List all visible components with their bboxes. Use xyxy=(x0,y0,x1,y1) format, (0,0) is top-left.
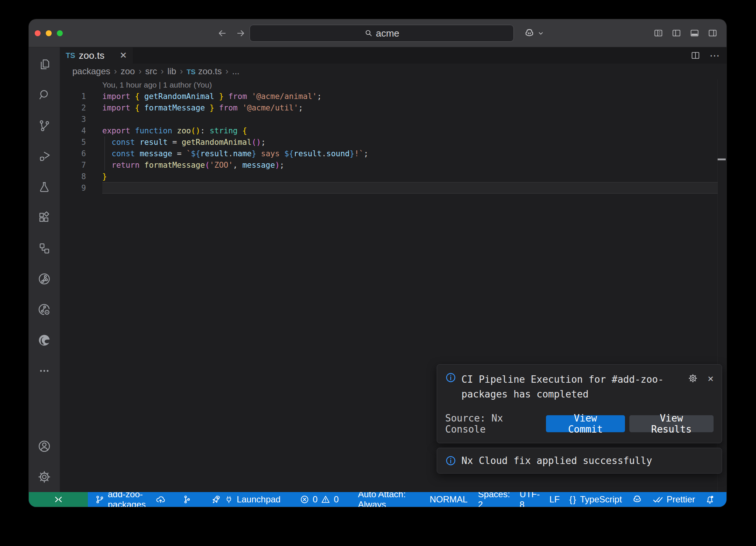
codelens-blame[interactable]: You, 1 hour ago | 1 author (You) xyxy=(60,79,726,91)
language-mode-status[interactable]: {} TypeScript xyxy=(564,492,626,507)
plug-icon xyxy=(224,495,233,504)
source-control-graph-status[interactable] xyxy=(177,492,196,507)
view-commit-button[interactable]: View Commit xyxy=(546,415,625,432)
sidebar-item-accounts[interactable] xyxy=(29,431,60,461)
sidebar-item-more[interactable] xyxy=(29,355,60,386)
sidebar-item-testing[interactable] xyxy=(29,171,60,202)
command-center-search[interactable]: acme xyxy=(250,25,514,42)
sidebar-item-nx-cloud[interactable] xyxy=(29,294,60,325)
code-line[interactable]: 5 const result = getRandomAnimal(); xyxy=(60,136,726,148)
code-line[interactable]: 8} xyxy=(60,171,726,182)
launchpad-status[interactable]: Launchpad xyxy=(206,492,285,507)
sidebar-item-nx-console[interactable] xyxy=(29,263,60,294)
account-icon xyxy=(37,439,51,453)
search-text: acme xyxy=(376,28,399,39)
code-text[interactable]: import { formatMessage } from '@acme/uti… xyxy=(102,103,303,112)
zoom-window-button[interactable] xyxy=(57,30,63,36)
view-results-button[interactable]: View Results xyxy=(629,415,714,432)
code-token: } xyxy=(102,172,107,181)
code-token: ` xyxy=(186,149,191,158)
close-icon[interactable]: ✕ xyxy=(120,50,127,61)
vim-mode-status[interactable]: -- NORMAL -- xyxy=(425,492,473,507)
code-text[interactable]: import { getRandomAnimal } from '@acme/a… xyxy=(102,92,322,101)
code-text[interactable]: export function zoo(): string { xyxy=(102,126,247,135)
sidebar-item-project-structure[interactable] xyxy=(29,233,60,263)
sidebar-item-search[interactable] xyxy=(29,79,60,110)
sidebar-item-edge-tools[interactable] xyxy=(29,325,60,355)
extensions-icon xyxy=(38,211,51,224)
indentation-status[interactable]: Spaces: 2 xyxy=(473,492,515,507)
breadcrumb-item[interactable]: packages xyxy=(72,66,110,76)
breadcrumb-item[interactable]: ... xyxy=(232,66,240,76)
code-token: ) xyxy=(275,161,280,170)
auto-attach-status[interactable]: Auto Attach: Always xyxy=(353,492,418,507)
circle-branch-gear-icon xyxy=(37,303,51,317)
git-branch-status[interactable]: add-zoo-packages xyxy=(90,492,171,507)
notification-settings-gear-icon[interactable] xyxy=(688,373,698,384)
tab-zoo-ts[interactable]: TS zoo.ts ✕ xyxy=(60,47,133,64)
code-line[interactable]: 6 const message = `${result.name} says $… xyxy=(60,148,726,159)
sidebar-item-settings[interactable] xyxy=(29,461,60,492)
customize-layout-icon[interactable] xyxy=(653,28,663,38)
back-arrow-icon[interactable] xyxy=(217,28,227,38)
formatter-status[interactable]: Prettier xyxy=(647,492,700,507)
breadcrumb-item[interactable]: TSzoo.ts xyxy=(186,66,221,76)
code-text[interactable]: const result = getRandomAnimal(); xyxy=(102,138,266,147)
sidebar-item-source-control[interactable] xyxy=(29,110,60,141)
breadcrumb-item[interactable]: zoo xyxy=(121,66,135,76)
minimize-window-button[interactable] xyxy=(46,30,52,36)
notification-message: CI Pipeline Execution for #add-zoo-packa… xyxy=(461,372,670,402)
split-editor-icon[interactable] xyxy=(690,50,701,61)
code-token xyxy=(205,126,210,135)
code-token: const xyxy=(111,138,135,147)
code-token: ` xyxy=(359,149,364,158)
code-token: ) xyxy=(256,138,261,147)
toggle-primary-sidebar-icon[interactable] xyxy=(671,28,681,38)
code-token: { xyxy=(135,92,140,101)
code-line[interactable]: 1import { getRandomAnimal } from '@acme/… xyxy=(60,91,726,102)
sidebar-item-run-debug[interactable] xyxy=(29,141,60,171)
toggle-secondary-sidebar-icon[interactable] xyxy=(708,28,718,38)
status-bar: add-zoo-packages Launchpad xyxy=(29,492,726,507)
code-line[interactable]: 3 xyxy=(60,113,726,125)
code-text[interactable]: } xyxy=(102,172,107,181)
rocket-icon xyxy=(211,494,221,505)
code-line[interactable]: 7 return formatMessage('ZOO', message); xyxy=(60,159,726,171)
notification-toasts: CI Pipeline Execution for #add-zoo-packa… xyxy=(437,364,722,474)
code-line[interactable]: 4export function zoo(): string { xyxy=(60,125,726,136)
remote-indicator[interactable] xyxy=(29,492,88,507)
title-bar: acme xyxy=(29,19,726,47)
encoding-status[interactable]: UTF-8 xyxy=(515,492,545,507)
code-token: '@acme/util' xyxy=(242,103,298,112)
problems-status[interactable]: 0 0 xyxy=(295,492,344,507)
breadcrumb-item[interactable]: src xyxy=(145,66,157,76)
code-text[interactable]: return formatMessage('ZOO', message); xyxy=(102,161,284,170)
warning-icon xyxy=(321,495,330,504)
gear-icon xyxy=(37,470,51,484)
sidebar-item-explorer[interactable] xyxy=(29,49,60,79)
notifications-status[interactable] xyxy=(700,492,720,507)
copilot-icon[interactable] xyxy=(523,27,535,39)
code-token: name xyxy=(233,149,252,158)
code-line[interactable]: 2import { formatMessage } from '@acme/ut… xyxy=(60,102,726,113)
notification-close-icon[interactable]: ✕ xyxy=(708,373,714,384)
code-editor[interactable]: You, 1 hour ago | 1 author (You) 1import… xyxy=(60,79,726,492)
sidebar-item-extensions[interactable] xyxy=(29,202,60,233)
close-window-button[interactable] xyxy=(35,30,41,36)
more-actions-icon[interactable]: ⋯ xyxy=(709,50,720,62)
eol-status[interactable]: LF xyxy=(544,492,564,507)
chevron-down-icon[interactable] xyxy=(537,30,544,37)
breadcrumb-item[interactable]: lib xyxy=(167,66,176,76)
code-token: getRandomAnimal xyxy=(144,92,214,101)
copilot-icon xyxy=(632,494,643,505)
code-token: . xyxy=(228,149,233,158)
forward-arrow-icon[interactable] xyxy=(236,28,246,38)
eol-label: LF xyxy=(549,494,560,505)
code-token: = xyxy=(172,138,177,147)
code-token xyxy=(102,138,111,147)
code-line[interactable]: 9 xyxy=(60,182,726,194)
code-token: { xyxy=(135,103,140,112)
toggle-panel-icon[interactable] xyxy=(690,28,700,38)
code-text[interactable]: const message = `${result.name} says ${r… xyxy=(102,149,368,158)
copilot-status[interactable] xyxy=(627,492,647,507)
